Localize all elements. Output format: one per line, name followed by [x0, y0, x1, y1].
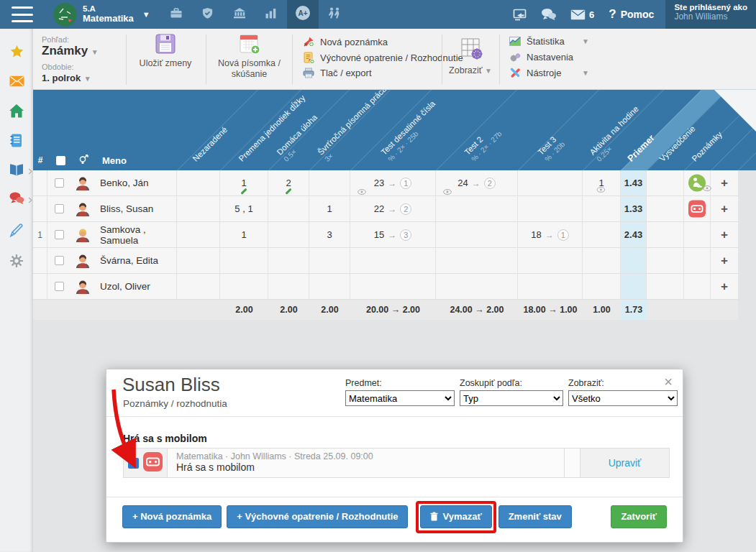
grade-cell[interactable] [621, 274, 647, 299]
grade-cell[interactable] [177, 196, 220, 221]
grade-cell[interactable]: 18→1 [518, 222, 583, 247]
grade-cell[interactable]: 3 [309, 222, 350, 247]
add-note-button[interactable]: + [721, 228, 728, 242]
pen-icon[interactable] [0, 218, 33, 242]
student-name[interactable]: Uzol, Oliver [94, 274, 177, 299]
mobile-note-icon[interactable] [688, 201, 706, 218]
grade-cell[interactable] [268, 196, 309, 221]
nav-tab-attendance-people[interactable] [319, 0, 350, 29]
messages-icon[interactable] [563, 9, 592, 20]
grade-cell[interactable] [220, 274, 268, 299]
grade-cell[interactable] [583, 274, 621, 299]
nav-tab-shield-check[interactable] [192, 0, 224, 29]
favorites-star-icon[interactable] [0, 40, 33, 64]
hamburger-menu-icon[interactable] [12, 6, 33, 22]
grade-cell[interactable] [220, 248, 268, 273]
grade-cell[interactable]: 1 [220, 222, 268, 247]
nav-tab-briefcase[interactable] [160, 0, 192, 29]
print-export-menu-item[interactable]: Tlač / export [301, 68, 372, 78]
grade-cell[interactable]: 2.43 [621, 222, 647, 247]
mail-icon[interactable] [0, 69, 33, 93]
grade-cell[interactable] [268, 248, 309, 273]
grade-cell[interactable] [518, 248, 583, 273]
grade-cell[interactable] [268, 222, 309, 247]
measure-menu-item[interactable]: Výchovné opatrenie / Rozhodnutie [301, 52, 463, 64]
message-count-badge[interactable]: 6 [589, 9, 594, 20]
grade-cell[interactable] [177, 274, 220, 299]
column-header-7[interactable]: Test 3% · 20b [537, 134, 566, 163]
new-exam-button[interactable]: Nová písomka / skúšanie [211, 33, 287, 80]
period-selector[interactable]: 1. polrok ▼ [42, 71, 99, 84]
notebook-icon[interactable] [0, 128, 33, 152]
add-note-button[interactable]: + [721, 202, 728, 216]
add-note-button[interactable]: + [721, 280, 728, 294]
activity-note-icon[interactable] [688, 175, 706, 192]
grade-cell[interactable] [177, 222, 220, 247]
grade-cell[interactable] [583, 248, 621, 273]
filter-select-2[interactable]: Typ [460, 390, 563, 406]
nav-tab-bar-chart[interactable] [255, 0, 287, 29]
grade-cell[interactable] [684, 196, 711, 221]
help-icon[interactable]: ? [609, 7, 616, 22]
delete-button[interactable]: Vymazať [420, 505, 491, 528]
grade-cell[interactable] [177, 248, 220, 273]
library-book-icon[interactable] [0, 157, 33, 182]
grade-cell[interactable] [436, 222, 518, 247]
edit-link[interactable]: Upraviť [609, 457, 642, 469]
grade-cell[interactable]: 1 [583, 170, 621, 196]
settings-menu-item[interactable]: Nastavenia [508, 52, 573, 63]
grade-cell[interactable] [583, 196, 621, 221]
change-state-button[interactable]: Zmeniť stav [498, 505, 572, 528]
row-checkbox[interactable] [55, 178, 64, 188]
grade-cell[interactable]: 5 , 1 [220, 196, 268, 221]
grade-cell[interactable] [647, 248, 684, 273]
grade-cell[interactable]: 1.33 [621, 196, 647, 221]
save-changes-button[interactable]: Uložiť zmeny [129, 33, 201, 69]
grade-cell[interactable]: 1.43 [621, 170, 647, 196]
column-header-6[interactable]: Test 2% · 2× · 27b [463, 123, 504, 163]
student-name[interactable]: Benko, Ján [94, 170, 177, 196]
add-note-button[interactable]: + [721, 254, 728, 268]
grade-cell[interactable]: 24→2 [436, 170, 518, 196]
grade-cell[interactable] [350, 248, 436, 273]
grade-cell[interactable] [309, 248, 350, 273]
grade-cell[interactable]: 23→1 [350, 170, 436, 196]
grade-cell[interactable] [684, 170, 711, 196]
grade-cell[interactable] [647, 196, 684, 221]
new-note-menu-item[interactable]: Nová poznámka [301, 36, 388, 47]
grade-cell[interactable] [436, 248, 518, 273]
row-checkbox[interactable] [55, 282, 64, 291]
student-name[interactable]: Samkova , Samuela [94, 222, 177, 247]
grade-cell[interactable] [684, 248, 711, 273]
grade-cell[interactable] [309, 274, 350, 299]
grade-cell[interactable] [518, 196, 583, 221]
grade-cell[interactable] [647, 274, 684, 299]
display-options-button[interactable]: Zobraziť ▼ [447, 34, 494, 76]
student-name[interactable]: Bliss, Susan [94, 196, 177, 221]
student-name[interactable]: Švárna, Edita [94, 248, 177, 273]
new-note-button[interactable]: + Nová poznámka [122, 505, 222, 528]
gear-icon[interactable] [0, 249, 33, 273]
row-checkbox[interactable] [55, 256, 64, 265]
grade-cell[interactable] [350, 274, 436, 299]
grade-cell[interactable]: 2 [268, 170, 309, 196]
chat-icon[interactable] [534, 8, 563, 21]
tools-menu-item[interactable]: Nástroje ▼ [508, 68, 623, 78]
grade-cell[interactable] [309, 170, 350, 196]
row-checkbox[interactable] [55, 204, 64, 213]
grade-cell[interactable]: 15→3 [350, 222, 436, 247]
nav-tab-institution[interactable] [224, 0, 255, 29]
home-icon[interactable] [0, 98, 33, 123]
grade-cell[interactable] [647, 170, 684, 196]
discussions-icon[interactable] [0, 186, 33, 211]
grade-cell[interactable] [684, 274, 711, 299]
grade-cell[interactable] [436, 196, 518, 221]
column-header-1[interactable]: Nezaradené [191, 126, 229, 163]
grade-cell[interactable] [583, 222, 621, 247]
grade-cell[interactable]: 1 [309, 196, 350, 221]
filter-select-1[interactable]: Matematika [345, 390, 455, 406]
add-note-button[interactable]: + [721, 176, 728, 190]
statistics-menu-item[interactable]: Štatistika ▼ [508, 36, 623, 47]
select-all-checkbox[interactable] [56, 156, 65, 165]
grade-cell[interactable] [684, 222, 711, 247]
